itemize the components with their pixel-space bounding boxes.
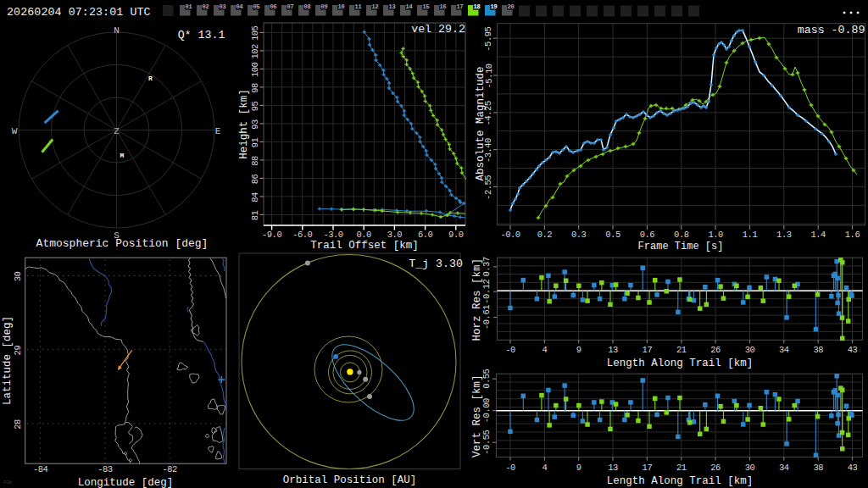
svg-text:17: 17: [643, 345, 653, 355]
svg-text:95: 95: [250, 101, 260, 111]
svg-text:105: 105: [250, 26, 260, 42]
svg-text:-5.95: -5.95: [484, 27, 494, 52]
svg-text:-82: -82: [162, 464, 177, 474]
svg-text:Orbital Position [AU]: Orbital Position [AU]: [283, 474, 417, 486]
svg-text:12: 12: [371, 3, 379, 10]
svg-text:1.4: 1.4: [810, 230, 826, 240]
svg-text:Length Along Trail [km]: Length Along Trail [km]: [607, 358, 754, 369]
svg-text:03: 03: [219, 3, 226, 10]
svg-text:38: 38: [813, 463, 823, 473]
svg-text:E: E: [215, 126, 221, 136]
svg-text:05: 05: [253, 3, 260, 10]
svg-text:9: 9: [576, 345, 581, 355]
svg-text:Horz Res [km]: Horz Res [km]: [471, 258, 483, 341]
svg-text:Absolute Magnitude: Absolute Magnitude: [475, 66, 487, 180]
svg-text:-84: -84: [33, 464, 48, 474]
svg-text:1.0: 1.0: [708, 230, 723, 240]
svg-text:21: 21: [676, 463, 687, 473]
svg-text:Longitude [deg]: Longitude [deg]: [78, 477, 174, 488]
svg-text:43: 43: [848, 345, 858, 355]
svg-text:0.6: 0.6: [640, 230, 655, 240]
svg-text:Vert Res [km]: Vert Res [km]: [471, 375, 483, 458]
svg-text:38: 38: [813, 345, 823, 355]
svg-text:17: 17: [643, 463, 653, 473]
svg-text:9: 9: [576, 463, 581, 473]
svg-text:15: 15: [422, 3, 430, 10]
svg-text:Height [km]: Height [km]: [238, 89, 250, 159]
svg-text:91: 91: [250, 137, 260, 147]
svg-text:-0.0: -0.0: [500, 230, 520, 240]
svg-text:84: 84: [250, 192, 260, 202]
svg-text:mass -0.89: mass -0.89: [798, 24, 865, 36]
svg-text:30: 30: [13, 271, 23, 281]
svg-text:Frame Time [s]: Frame Time [s]: [638, 241, 724, 252]
svg-text:81: 81: [250, 210, 260, 220]
svg-text:30: 30: [745, 463, 755, 473]
svg-text:W: W: [12, 126, 18, 136]
svg-text:18: 18: [473, 3, 481, 10]
svg-text:28: 28: [13, 419, 23, 430]
svg-text:4: 4: [542, 463, 547, 473]
svg-text:08: 08: [303, 3, 311, 10]
svg-text:Latitude [deg]: Latitude [deg]: [2, 316, 14, 405]
svg-text:9.0: 9.0: [448, 230, 464, 240]
svg-text:1.3: 1.3: [776, 230, 792, 240]
svg-text:-0: -0: [505, 463, 515, 473]
svg-text:1.1: 1.1: [743, 230, 758, 240]
svg-text:29: 29: [13, 346, 23, 356]
svg-text:1.6: 1.6: [845, 230, 860, 240]
svg-text:102: 102: [250, 44, 260, 59]
svg-text:02: 02: [202, 3, 209, 10]
svg-text:11: 11: [354, 3, 362, 10]
svg-text:Q* 13.1: Q* 13.1: [178, 29, 225, 42]
svg-text:-3.0: -3.0: [323, 230, 342, 240]
svg-text:09: 09: [320, 3, 328, 10]
svg-text:88: 88: [250, 156, 260, 166]
svg-text:R: R: [148, 75, 153, 82]
svg-text:0.8: 0.8: [674, 230, 689, 240]
svg-text:6.0: 6.0: [418, 230, 433, 240]
svg-text:26: 26: [710, 463, 721, 473]
svg-text:10: 10: [337, 3, 345, 10]
svg-text:98: 98: [250, 83, 260, 93]
svg-text:13: 13: [608, 345, 618, 355]
svg-text:34: 34: [779, 463, 789, 473]
svg-text:20: 20: [507, 3, 515, 10]
svg-text:3.0: 3.0: [387, 230, 403, 240]
svg-text:0.5: 0.5: [605, 230, 620, 240]
svg-text:06: 06: [270, 3, 277, 10]
svg-text:43: 43: [848, 463, 858, 473]
svg-text:93: 93: [250, 119, 260, 130]
svg-text:04: 04: [236, 3, 243, 10]
svg-text:13: 13: [608, 463, 618, 473]
svg-text:T_j 3.30: T_j 3.30: [409, 258, 463, 270]
svg-text:4: 4: [542, 345, 547, 355]
svg-text:M: M: [120, 152, 125, 159]
svg-text:14: 14: [405, 3, 413, 10]
svg-text:Z: Z: [114, 126, 120, 136]
svg-text:0.0: 0.0: [356, 230, 371, 240]
svg-text:01: 01: [185, 3, 192, 10]
svg-text:-9.0: -9.0: [262, 230, 281, 240]
svg-text:-6.0: -6.0: [292, 230, 312, 240]
svg-text:-83: -83: [97, 464, 113, 474]
svg-text:17: 17: [456, 3, 463, 10]
svg-text:vel 29.2: vel 29.2: [411, 23, 465, 36]
svg-text:16: 16: [439, 3, 447, 10]
svg-text:19: 19: [490, 3, 498, 10]
svg-text:20260204 07:23:01 UTC: 20260204 07:23:01 UTC: [7, 6, 151, 19]
svg-text:0.2: 0.2: [537, 230, 553, 240]
svg-text:0.3: 0.3: [571, 230, 587, 240]
svg-text:30: 30: [745, 345, 755, 355]
svg-text:FGW: FGW: [3, 480, 13, 485]
svg-text:Atmospheric Position [deg]: Atmospheric Position [deg]: [36, 237, 209, 250]
svg-text:07: 07: [287, 3, 293, 10]
svg-text:13: 13: [388, 3, 396, 10]
svg-text:Length Along Trail [km]: Length Along Trail [km]: [607, 475, 754, 487]
svg-text:-0: -0: [505, 345, 515, 355]
svg-text:26: 26: [710, 345, 721, 355]
svg-text:86: 86: [250, 174, 260, 184]
svg-text:21: 21: [676, 345, 687, 355]
svg-text:N: N: [114, 25, 120, 36]
svg-text:Trail Offset [km]: Trail Offset [km]: [310, 240, 419, 252]
